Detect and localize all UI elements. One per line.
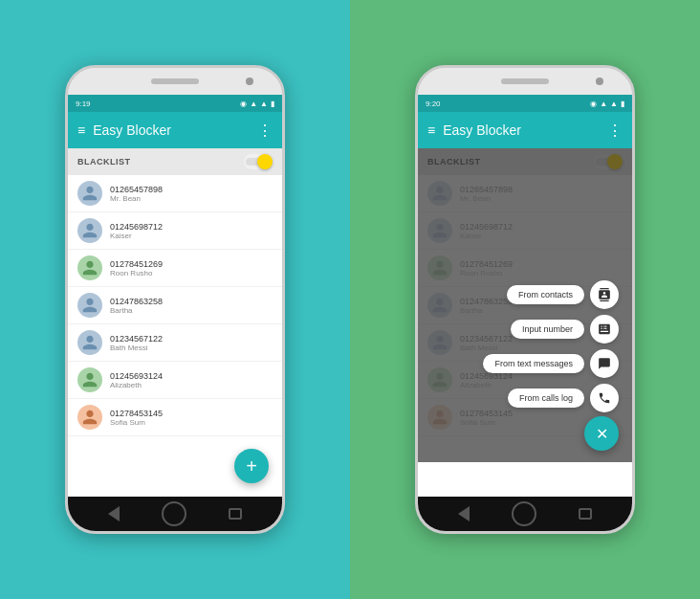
recent-nav-icon-r[interactable] (579, 508, 592, 520)
list-item[interactable]: 01247863258 Bartha (68, 287, 282, 324)
top-bar-right: ≡ Easy Blocker ⋮ (418, 112, 632, 148)
avatar (77, 218, 102, 243)
more-icon-right[interactable]: ⋮ (607, 122, 623, 140)
contact-name: Bartha (110, 306, 163, 315)
avatar (77, 330, 102, 355)
contact-number: 01245693124 (110, 371, 163, 381)
left-panel: 9:19 ◉ ▲ ▲ ▮ ≡ Easy Blocker ⋮ BLACKLIST (0, 0, 350, 599)
phone-icon-button[interactable] (590, 384, 619, 412)
avatar (77, 255, 102, 280)
fab-add-button[interactable]: + (234, 449, 269, 483)
contact-number: 01278453145 (110, 409, 163, 418)
location-icon: ◉ (240, 100, 247, 108)
screen-right: 9:20 ◉ ▲ ▲ ▮ ≡ Easy Blocker ⋮ BLACKLIST (418, 95, 632, 497)
add-icon: + (246, 455, 257, 477)
from-calls-log-button[interactable]: From calls log (508, 388, 584, 408)
time-right: 9:20 (426, 100, 441, 108)
avatar (77, 405, 102, 430)
more-icon-left[interactable]: ⋮ (257, 122, 273, 140)
phone-bottom-left (68, 497, 282, 531)
popup-row-calls: From calls log (508, 384, 619, 412)
list-item[interactable]: 01245693124 Alizabeth (68, 362, 282, 399)
sms-icon-button[interactable] (590, 349, 619, 378)
contact-number: 01278451269 (110, 259, 163, 269)
popup-row-input: Input number (511, 315, 619, 344)
from-text-messages-button[interactable]: From text messages (483, 354, 584, 373)
list-item[interactable]: 01234567122 Bath Messi (68, 324, 282, 362)
speaker-left (151, 78, 199, 84)
popup-row-sms: From text messages (483, 349, 619, 378)
toggle-knob-left (257, 154, 273, 169)
wifi-icon: ▲ (260, 100, 268, 108)
list-item[interactable]: 01278453145 Sofia Sum (68, 399, 282, 436)
avatar (77, 367, 102, 392)
app-title-right: Easy Blocker (443, 122, 600, 138)
status-icons-left: ◉ ▲ ▲ ▮ (240, 100, 274, 108)
status-bar-left: 9:19 ◉ ▲ ▲ ▮ (68, 95, 282, 112)
top-bar-left: ≡ Easy Blocker ⋮ (68, 112, 282, 148)
screen-left: 9:19 ◉ ▲ ▲ ▮ ≡ Easy Blocker ⋮ BLACKLIST (68, 95, 282, 497)
camera-right (596, 78, 603, 85)
contact-info: 01245698712 Kaiser (110, 222, 163, 240)
phone-top-left (68, 68, 282, 95)
keyboard-icon-button[interactable] (590, 315, 619, 344)
left-phone: 9:19 ◉ ▲ ▲ ▮ ≡ Easy Blocker ⋮ BLACKLIST (65, 65, 285, 534)
contact-name: Mr. Bean (110, 194, 163, 203)
app-title-left: Easy Blocker (93, 122, 250, 138)
phone-bottom-right (418, 497, 632, 531)
location-icon-r: ◉ (590, 100, 597, 108)
status-icons-right: ◉ ▲ ▲ ▮ (590, 100, 624, 108)
fab-close-button[interactable]: ✕ (584, 416, 619, 451)
popup-row-contacts: From contacts (507, 280, 619, 309)
avatar (77, 293, 102, 318)
contact-info: 01245693124 Alizabeth (110, 371, 163, 389)
contact-name: Bath Messi (110, 344, 163, 352)
list-item[interactable]: 01245698712 Kaiser (68, 212, 282, 250)
contact-number: 01234567122 (110, 334, 163, 344)
right-phone: 9:20 ◉ ▲ ▲ ▮ ≡ Easy Blocker ⋮ BLACKLIST (415, 65, 635, 534)
hamburger-icon-left[interactable]: ≡ (77, 122, 85, 138)
popup-overlay: From contacts Input number From text mes… (418, 148, 632, 462)
hamburger-icon-right[interactable]: ≡ (427, 122, 435, 138)
avatar (77, 181, 102, 206)
signal-icon: ▲ (250, 100, 257, 108)
contact-number: 01245698712 (110, 222, 163, 232)
blacklist-label-left: BLACKLIST (77, 157, 131, 166)
recent-nav-icon[interactable] (229, 508, 242, 520)
home-nav-icon[interactable] (162, 501, 186, 526)
right-panel: 9:20 ◉ ▲ ▲ ▮ ≡ Easy Blocker ⋮ BLACKLIST (350, 0, 700, 599)
signal-icon-r: ▲ (600, 100, 607, 108)
camera-left (246, 78, 253, 85)
contact-info: 01278453145 Sofia Sum (110, 409, 163, 427)
speaker-right (501, 78, 549, 84)
contact-number: 01265457898 (110, 185, 163, 194)
battery-icon: ▮ (271, 100, 274, 108)
contact-name: Roon Rusho (110, 269, 163, 277)
contact-info: 01247863258 Bartha (110, 297, 163, 315)
input-number-button[interactable]: Input number (511, 320, 584, 339)
from-contacts-button[interactable]: From contacts (507, 285, 584, 304)
time-left: 9:19 (76, 100, 91, 108)
back-nav-icon-r[interactable] (458, 506, 470, 521)
contact-info: 01265457898 Mr. Bean (110, 185, 163, 203)
close-icon: ✕ (596, 425, 608, 443)
status-bar-right: 9:20 ◉ ▲ ▲ ▮ (418, 95, 632, 112)
toggle-left[interactable] (244, 154, 273, 169)
list-item[interactable]: 01278451269 Roon Rusho (68, 250, 282, 287)
battery-icon-r: ▮ (621, 100, 624, 108)
wifi-icon-r: ▲ (610, 100, 618, 108)
contact-number: 01247863258 (110, 297, 163, 306)
home-nav-icon-r[interactable] (512, 501, 536, 526)
phone-top-right (418, 68, 632, 95)
contact-name: Sofia Sum (110, 418, 163, 427)
contact-info: 01234567122 Bath Messi (110, 334, 163, 352)
contact-info: 01278451269 Roon Rusho (110, 259, 163, 277)
contact-name: Alizabeth (110, 381, 163, 389)
contacts-icon-button[interactable] (590, 280, 619, 309)
contact-name: Kaiser (110, 232, 163, 240)
blacklist-bar-left: BLACKLIST (68, 148, 282, 175)
list-item[interactable]: 01265457898 Mr. Bean (68, 175, 282, 212)
back-nav-icon[interactable] (108, 506, 120, 521)
